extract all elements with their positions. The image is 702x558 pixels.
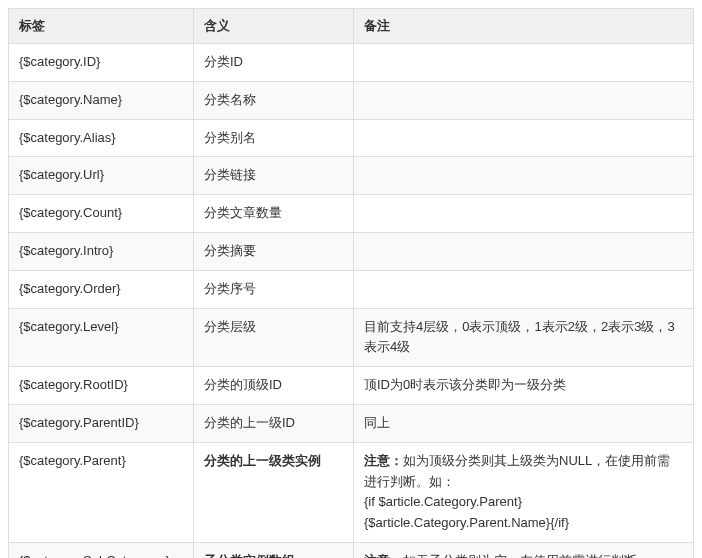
cell-tag: {$category.ParentID} xyxy=(9,404,194,442)
cell-tag: {$category.Level} xyxy=(9,308,194,367)
cell-tag: {$category.Url} xyxy=(9,157,194,195)
note-rest-text: 如为顶级分类则其上级类为NULL，在使用前需进行判断。如： {if $artic… xyxy=(364,453,670,530)
table-header-row: 标签 含义 备注 xyxy=(9,9,694,44)
cell-meaning: 子分类实例数组 xyxy=(194,542,354,558)
cell-meaning: 分类别名 xyxy=(194,119,354,157)
table-row: {$category.RootID}分类的顶级ID顶ID为0时表示该分类即为一级… xyxy=(9,367,694,405)
cell-note xyxy=(354,119,694,157)
table-row: {$category.Url}分类链接 xyxy=(9,157,694,195)
table-row: {$category.Alias}分类别名 xyxy=(9,119,694,157)
table-row: {$category.SubCategorys}子分类实例数组注意：如无子分类则… xyxy=(9,542,694,558)
table-row: {$category.ParentID}分类的上一级ID同上 xyxy=(9,404,694,442)
header-note: 备注 xyxy=(354,9,694,44)
cell-note xyxy=(354,270,694,308)
cell-tag: {$category.SubCategorys} xyxy=(9,542,194,558)
cell-note xyxy=(354,157,694,195)
cell-note: 顶ID为0时表示该分类即为一级分类 xyxy=(354,367,694,405)
table-row: {$category.Name}分类名称 xyxy=(9,81,694,119)
table-row: {$category.Order}分类序号 xyxy=(9,270,694,308)
note-bold-prefix: 注意： xyxy=(364,553,403,558)
note-rest-text: 如无子分类则为空，在使用前需进行判断。 xyxy=(403,553,650,558)
cell-note xyxy=(354,232,694,270)
cell-meaning: 分类的上一级类实例 xyxy=(194,442,354,542)
cell-meaning: 分类的顶级ID xyxy=(194,367,354,405)
cell-note xyxy=(354,195,694,233)
cell-tag: {$category.RootID} xyxy=(9,367,194,405)
table-row: {$category.Parent}分类的上一级类实例注意：如为顶级分类则其上级… xyxy=(9,442,694,542)
meaning-bold-text: 子分类实例数组 xyxy=(204,553,295,558)
table-row: {$category.Intro}分类摘要 xyxy=(9,232,694,270)
cell-meaning: 分类链接 xyxy=(194,157,354,195)
cell-tag: {$category.Order} xyxy=(9,270,194,308)
table-row: {$category.ID}分类ID xyxy=(9,44,694,82)
cell-note: 同上 xyxy=(354,404,694,442)
header-meaning: 含义 xyxy=(194,9,354,44)
cell-note: 注意：如为顶级分类则其上级类为NULL，在使用前需进行判断。如： {if $ar… xyxy=(354,442,694,542)
cell-meaning: 分类ID xyxy=(194,44,354,82)
header-tag: 标签 xyxy=(9,9,194,44)
cell-meaning: 分类层级 xyxy=(194,308,354,367)
cell-tag: {$category.Count} xyxy=(9,195,194,233)
cell-tag: {$category.Parent} xyxy=(9,442,194,542)
cell-note xyxy=(354,81,694,119)
cell-meaning: 分类序号 xyxy=(194,270,354,308)
cell-tag: {$category.ID} xyxy=(9,44,194,82)
cell-note xyxy=(354,44,694,82)
cell-tag: {$category.Alias} xyxy=(9,119,194,157)
cell-note: 注意：如无子分类则为空，在使用前需进行判断。 xyxy=(354,542,694,558)
cell-tag: {$category.Name} xyxy=(9,81,194,119)
cell-meaning: 分类名称 xyxy=(194,81,354,119)
cell-meaning: 分类的上一级ID xyxy=(194,404,354,442)
cell-tag: {$category.Intro} xyxy=(9,232,194,270)
note-bold-prefix: 注意： xyxy=(364,453,403,468)
category-tags-table: 标签 含义 备注 {$category.ID}分类ID{$category.Na… xyxy=(8,8,694,558)
cell-meaning: 分类文章数量 xyxy=(194,195,354,233)
meaning-bold-text: 分类的上一级类实例 xyxy=(204,453,321,468)
cell-note: 目前支持4层级，0表示顶级，1表示2级，2表示3级，3表示4级 xyxy=(354,308,694,367)
cell-meaning: 分类摘要 xyxy=(194,232,354,270)
table-row: {$category.Count}分类文章数量 xyxy=(9,195,694,233)
table-row: {$category.Level}分类层级目前支持4层级，0表示顶级，1表示2级… xyxy=(9,308,694,367)
